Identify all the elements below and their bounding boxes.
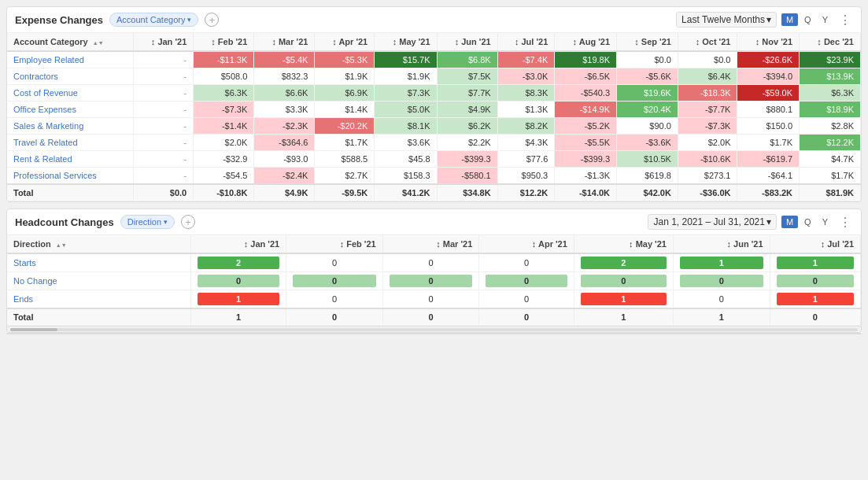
expense-cell: $2.2K xyxy=(437,135,497,151)
hc-total-cell: 1 xyxy=(574,308,673,326)
hc-col-feb[interactable]: ↕ Feb '21 xyxy=(286,235,383,253)
account-category-filter[interactable]: Account Category ▾ xyxy=(109,13,198,27)
expense-cell: $1.7K xyxy=(737,135,800,151)
hc-cell: 0 xyxy=(770,272,860,290)
expense-col-may[interactable]: ↕ May '21 xyxy=(375,33,437,51)
headcount-table-scroll[interactable]: Direction ▲▼ ↕ Jan '21 ↕ Feb '21 ↕ Mar '… xyxy=(7,235,861,326)
horizontal-scrollbar[interactable] xyxy=(7,326,861,332)
hc-row-label: Ends xyxy=(7,290,190,309)
expense-period-tabs: M Q Y xyxy=(781,13,833,26)
hc-total-label: Total xyxy=(7,308,190,326)
expense-tab-q[interactable]: Q xyxy=(800,13,816,26)
hc-col-apr[interactable]: ↕ Apr '21 xyxy=(479,235,574,253)
expense-row-label: Travel & Related xyxy=(7,135,133,151)
expense-col-apr[interactable]: ↕ Apr '21 xyxy=(315,33,375,51)
expense-cell: $8.2K xyxy=(497,118,555,135)
expense-cell: -$64.1 xyxy=(737,168,800,185)
expense-cell: $2.7K xyxy=(315,168,375,185)
direction-filter[interactable]: Direction ▾ xyxy=(120,215,175,229)
hc-cell: 0 xyxy=(382,272,479,290)
expense-cell: $15.7K xyxy=(375,51,437,68)
headcount-tab-m[interactable]: M xyxy=(781,216,798,228)
expense-total-cell: -$10.8K xyxy=(194,184,254,201)
expense-cell: $19.6K xyxy=(617,85,678,102)
hc-total-cell: 0 xyxy=(286,308,383,326)
hc-total-cell: 1 xyxy=(190,308,286,326)
hc-col-jun[interactable]: ↕ Jun '21 xyxy=(673,235,770,253)
hc-cell: 1 xyxy=(190,290,286,309)
expense-cell: $1.3K xyxy=(497,102,555,118)
headcount-add-button[interactable]: + xyxy=(181,215,195,229)
expense-cell: $880.1 xyxy=(737,102,800,118)
expense-total-cell: -$36.0K xyxy=(678,184,737,201)
expense-cell: - xyxy=(133,135,193,151)
expense-cell: $7.3K xyxy=(375,85,437,102)
table-row: Professional Services--$54.5-$2.4K$2.7K$… xyxy=(7,168,861,185)
expense-col-category[interactable]: Account Category ▲▼ xyxy=(7,33,133,51)
expense-total-cell: $81.9K xyxy=(800,184,861,201)
headcount-table: Direction ▲▼ ↕ Jan '21 ↕ Feb '21 ↕ Mar '… xyxy=(7,235,861,326)
expense-cell: $20.4K xyxy=(617,102,678,118)
hc-col-jan[interactable]: ↕ Jan '21 xyxy=(190,235,286,253)
expense-col-aug[interactable]: ↕ Aug '21 xyxy=(555,33,617,51)
expense-tab-y[interactable]: Y xyxy=(818,13,833,26)
expense-cell: $2.8K xyxy=(800,118,861,135)
expense-cell: $273.1 xyxy=(678,168,737,185)
hc-col-direction[interactable]: Direction ▲▼ xyxy=(7,235,190,253)
expense-row-label: Sales & Marketing xyxy=(7,118,133,135)
expense-cell: - xyxy=(133,68,193,85)
headcount-title-right: Jan 1, 2021 – Jul 31, 2021 ▾ M Q Y ⋮ xyxy=(648,214,853,230)
expense-col-feb[interactable]: ↕ Feb '21 xyxy=(194,33,254,51)
expense-total-cell: $42.0K xyxy=(617,184,678,201)
expense-cell: -$619.7 xyxy=(737,151,800,168)
hc-col-mar[interactable]: ↕ Mar '21 xyxy=(382,235,479,253)
hc-row-label: Starts xyxy=(7,253,190,272)
expense-cell: $1.7K xyxy=(800,168,861,185)
hc-col-may[interactable]: ↕ May '21 xyxy=(574,235,673,253)
expense-col-jun[interactable]: ↕ Jun '21 xyxy=(437,33,497,51)
hc-col-jul[interactable]: ↕ Jul '21 xyxy=(770,235,860,253)
headcount-tab-y[interactable]: Y xyxy=(818,216,833,228)
expense-cell: - xyxy=(133,51,193,68)
expense-col-mar[interactable]: ↕ Mar '21 xyxy=(254,33,315,51)
expense-cell: - xyxy=(133,151,193,168)
expense-title-right: Last Twelve Months ▾ M Q Y ⋮ xyxy=(676,12,853,28)
expense-col-jul[interactable]: ↕ Jul '21 xyxy=(497,33,555,51)
expense-cell: $19.8K xyxy=(555,51,617,68)
expense-cell: -$93.0 xyxy=(254,151,315,168)
expense-cell: -$5.6K xyxy=(617,68,678,85)
expense-table-scroll[interactable]: Account Category ▲▼ ↕ Jan '21 ↕ Feb '21 … xyxy=(7,33,861,201)
expense-title-left: Expense Changes Account Category ▾ + xyxy=(15,13,219,27)
expense-col-dec[interactable]: ↕ Dec '21 xyxy=(800,33,861,51)
expense-col-sep[interactable]: ↕ Sep '21 xyxy=(617,33,678,51)
expense-col-jan[interactable]: ↕ Jan '21 xyxy=(133,33,193,51)
expense-cell: $7.5K xyxy=(437,68,497,85)
expense-col-oct[interactable]: ↕ Oct '21 xyxy=(678,33,737,51)
expense-cell: $2.0K xyxy=(678,135,737,151)
hc-total-cell: 0 xyxy=(770,308,860,326)
hc-total-cell: 1 xyxy=(673,308,770,326)
scrollbar-thumb[interactable] xyxy=(10,328,57,331)
hc-cell: 0 xyxy=(479,253,574,272)
expense-cell: - xyxy=(133,85,193,102)
expense-more-button[interactable]: ⋮ xyxy=(837,13,853,28)
expense-cell: $77.6 xyxy=(497,151,555,168)
expense-cell: $90.0 xyxy=(617,118,678,135)
hc-total-cell: 0 xyxy=(382,308,479,326)
expense-cell: -$1.3K xyxy=(555,168,617,185)
expense-tab-m[interactable]: M xyxy=(781,13,798,26)
expense-cell: -$26.6K xyxy=(737,51,800,68)
headcount-more-button[interactable]: ⋮ xyxy=(837,215,853,230)
expense-total-cell: $4.9K xyxy=(254,184,315,201)
headcount-period-dropdown[interactable]: Jan 1, 2021 – Jul 31, 2021 ▾ xyxy=(648,214,776,230)
hc-cell: 2 xyxy=(574,253,673,272)
expense-cell: -$399.3 xyxy=(437,151,497,168)
headcount-changes-panel: Headcount Changes Direction ▾ + Jan 1, 2… xyxy=(6,209,862,333)
hc-cell: 0 xyxy=(673,290,770,309)
headcount-tab-q[interactable]: Q xyxy=(800,216,816,228)
expense-cell: $45.8 xyxy=(375,151,437,168)
expense-cell: -$540.3 xyxy=(555,85,617,102)
expense-period-dropdown[interactable]: Last Twelve Months ▾ xyxy=(676,12,777,28)
expense-col-nov[interactable]: ↕ Nov '21 xyxy=(737,33,800,51)
expense-add-button[interactable]: + xyxy=(205,13,219,27)
